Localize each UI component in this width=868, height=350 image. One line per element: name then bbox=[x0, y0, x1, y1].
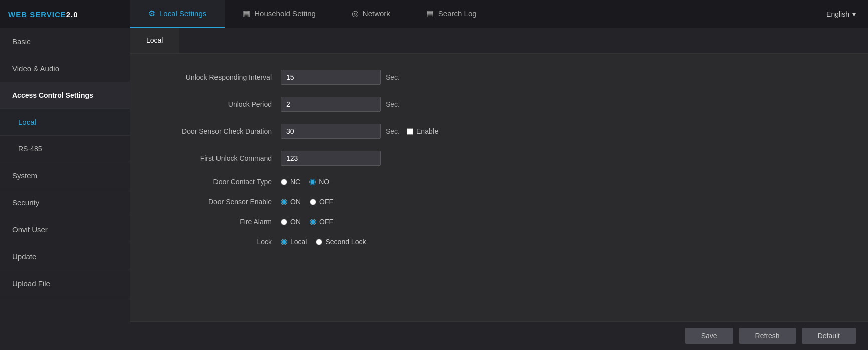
fire-alarm-row: Fire Alarm ON OFF bbox=[150, 218, 848, 226]
fire-alarm-on-label[interactable]: ON bbox=[281, 218, 301, 226]
nav-network-label: Network bbox=[363, 9, 390, 18]
default-button[interactable]: Default bbox=[802, 328, 856, 344]
nav-network[interactable]: ◎ Network bbox=[334, 0, 408, 28]
door-sensor-enable-check-text: Enable bbox=[416, 127, 439, 135]
fire-alarm-label: Fire Alarm bbox=[150, 218, 281, 226]
fire-alarm-radio-group: ON OFF bbox=[281, 218, 333, 226]
tab-local[interactable]: Local bbox=[130, 28, 179, 53]
door-sensor-check-duration-label: Door Sensor Check Duration bbox=[150, 127, 281, 135]
body-wrap: Basic Video & Audio Access Control Setti… bbox=[0, 28, 868, 350]
unlock-responding-interval-row: Unlock Responding Interval Sec. bbox=[150, 70, 848, 85]
door-sensor-enable-off-radio[interactable] bbox=[310, 199, 316, 205]
unlock-period-row: Unlock Period Sec. bbox=[150, 97, 848, 112]
topnav: WEB SERVICE2.0 ⚙ Local Settings ▦ Househ… bbox=[0, 0, 868, 28]
lock-local-radio[interactable] bbox=[281, 239, 287, 245]
door-sensor-enable-checkbox[interactable] bbox=[407, 128, 413, 135]
sidebar: Basic Video & Audio Access Control Setti… bbox=[0, 28, 130, 350]
sidebar-item-upload-file[interactable]: Upload File bbox=[0, 270, 130, 297]
language-label: English bbox=[826, 10, 849, 18]
lock-radio-group: Local Second Lock bbox=[281, 238, 366, 246]
lock-label: Lock bbox=[150, 238, 281, 246]
unlock-period-unit: Sec. bbox=[386, 100, 400, 108]
door-sensor-check-duration-unit: Sec. bbox=[386, 127, 400, 135]
lock-second-lock-radio[interactable] bbox=[316, 239, 322, 245]
door-contact-type-no-radio[interactable] bbox=[309, 179, 316, 185]
nav-household-setting[interactable]: ▦ Household Setting bbox=[225, 0, 334, 28]
door-sensor-enable-on-radio[interactable] bbox=[281, 199, 287, 205]
first-unlock-command-row: First Unlock Command bbox=[150, 151, 848, 166]
door-sensor-enable-off-text: OFF bbox=[319, 198, 333, 206]
chevron-down-icon: ▾ bbox=[852, 10, 856, 18]
door-contact-type-label: Door Contact Type bbox=[150, 178, 281, 186]
search-log-icon: ▤ bbox=[426, 9, 434, 18]
sidebar-item-access-control-settings: Access Control Settings bbox=[0, 82, 130, 109]
household-icon: ▦ bbox=[243, 9, 250, 18]
door-contact-type-nc-text: NC bbox=[290, 178, 300, 186]
door-contact-type-no-label[interactable]: NO bbox=[309, 178, 329, 186]
tab-bar: Local bbox=[130, 28, 868, 54]
lock-local-label[interactable]: Local bbox=[281, 238, 307, 246]
unlock-responding-interval-input[interactable] bbox=[281, 70, 381, 85]
door-contact-type-row: Door Contact Type NC NO bbox=[150, 178, 848, 186]
unlock-responding-interval-label: Unlock Responding Interval bbox=[150, 73, 281, 81]
door-sensor-enable-row: Door Sensor Enable ON OFF bbox=[150, 198, 848, 206]
sidebar-item-local[interactable]: Local bbox=[0, 109, 130, 136]
save-button[interactable]: Save bbox=[685, 328, 733, 344]
lock-local-text: Local bbox=[290, 238, 307, 246]
lock-second-lock-label[interactable]: Second Lock bbox=[316, 238, 366, 246]
nav-local-settings-label: Local Settings bbox=[159, 9, 206, 18]
fire-alarm-on-text: ON bbox=[290, 218, 301, 226]
unlock-responding-interval-unit: Sec. bbox=[386, 73, 400, 81]
door-sensor-enable-radio-group: ON OFF bbox=[281, 198, 333, 206]
fire-alarm-on-radio[interactable] bbox=[281, 219, 287, 225]
sidebar-item-video-audio[interactable]: Video & Audio bbox=[0, 55, 130, 82]
brand-text: WEB SERVICE2.0 bbox=[8, 10, 78, 19]
sidebar-item-system[interactable]: System bbox=[0, 162, 130, 189]
door-contact-type-no-text: NO bbox=[319, 178, 329, 186]
door-contact-type-nc-label[interactable]: NC bbox=[281, 178, 300, 186]
nav-search-log[interactable]: ▤ Search Log bbox=[408, 0, 495, 28]
door-sensor-enable-on-label[interactable]: ON bbox=[281, 198, 301, 206]
sidebar-item-security[interactable]: Security bbox=[0, 189, 130, 216]
gear-icon: ⚙ bbox=[148, 9, 155, 18]
brand-logo: WEB SERVICE2.0 bbox=[0, 10, 130, 19]
sidebar-item-update[interactable]: Update bbox=[0, 243, 130, 270]
door-sensor-enable-label: Door Sensor Enable bbox=[150, 198, 281, 206]
sidebar-item-onvif-user[interactable]: Onvif User bbox=[0, 216, 130, 243]
bottom-bar: Save Refresh Default bbox=[130, 321, 868, 350]
refresh-button[interactable]: Refresh bbox=[739, 328, 796, 344]
nav-items: ⚙ Local Settings ▦ Household Setting ◎ N… bbox=[130, 0, 814, 28]
first-unlock-command-input[interactable] bbox=[281, 151, 381, 166]
door-contact-type-radio-group: NC NO bbox=[281, 178, 329, 186]
nav-household-setting-label: Household Setting bbox=[254, 9, 316, 18]
sidebar-item-basic[interactable]: Basic bbox=[0, 28, 130, 55]
unlock-period-input[interactable] bbox=[281, 97, 381, 112]
fire-alarm-off-text: OFF bbox=[319, 218, 333, 226]
nav-local-settings[interactable]: ⚙ Local Settings bbox=[130, 0, 225, 28]
language-selector[interactable]: English ▾ bbox=[814, 10, 868, 18]
door-sensor-enable-check-label[interactable]: Enable bbox=[407, 127, 439, 135]
first-unlock-command-label: First Unlock Command bbox=[150, 154, 281, 162]
fire-alarm-off-label[interactable]: OFF bbox=[310, 218, 333, 226]
door-contact-type-nc-radio[interactable] bbox=[281, 179, 287, 185]
nav-search-log-label: Search Log bbox=[438, 9, 477, 18]
door-sensor-enable-on-text: ON bbox=[290, 198, 301, 206]
lock-second-lock-text: Second Lock bbox=[325, 238, 366, 246]
door-sensor-enable-off-label[interactable]: OFF bbox=[310, 198, 333, 206]
door-sensor-check-duration-row: Door Sensor Check Duration Sec. Enable bbox=[150, 124, 848, 139]
fire-alarm-off-radio[interactable] bbox=[310, 219, 316, 225]
main-content: Local Unlock Responding Interval Sec. Un… bbox=[130, 28, 868, 350]
unlock-period-label: Unlock Period bbox=[150, 100, 281, 108]
sidebar-item-rs485[interactable]: RS-485 bbox=[0, 136, 130, 162]
form-area: Unlock Responding Interval Sec. Unlock P… bbox=[130, 54, 868, 321]
door-sensor-check-duration-input[interactable] bbox=[281, 124, 381, 139]
lock-row: Lock Local Second Lock bbox=[150, 238, 848, 246]
network-icon: ◎ bbox=[352, 9, 359, 18]
